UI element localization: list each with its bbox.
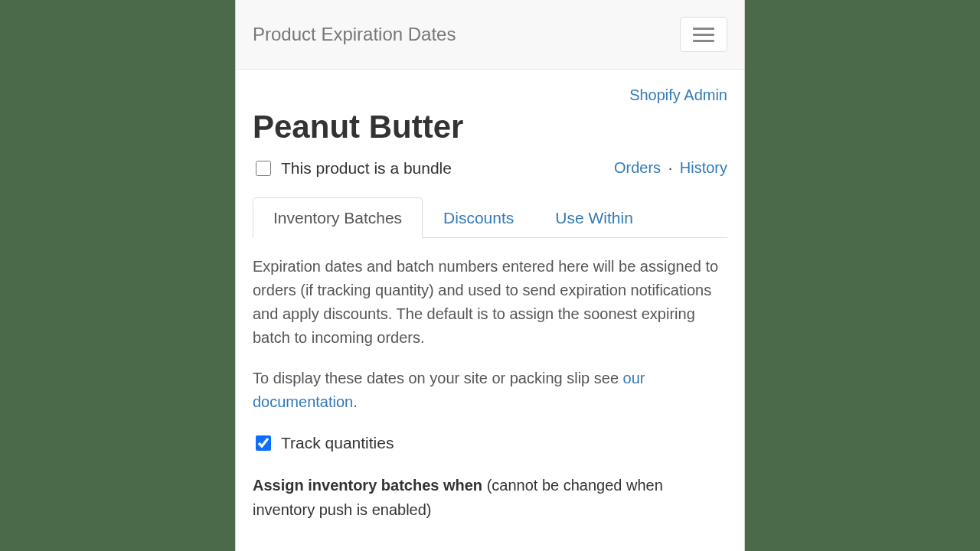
link-separator: · [668, 159, 673, 176]
track-quantities-checkbox[interactable] [256, 435, 271, 451]
tabs: Inventory Batches Discounts Use Within [253, 197, 727, 238]
p2-prefix: To display these dates on your site or p… [253, 370, 623, 386]
tab-discounts[interactable]: Discounts [423, 197, 534, 238]
navbar-title: Product Expiration Dates [253, 24, 456, 45]
product-title: Peanut Butter [253, 109, 727, 145]
navbar: Product Expiration Dates [236, 0, 744, 70]
description-paragraph-1: Expiration dates and batch numbers enter… [253, 255, 727, 350]
hamburger-icon [693, 34, 714, 36]
hamburger-icon [693, 40, 714, 42]
orders-link[interactable]: Orders [614, 159, 661, 176]
tab-body: Expiration dates and batch numbers enter… [253, 238, 727, 522]
hamburger-icon [693, 28, 714, 30]
shopify-admin-link[interactable]: Shopify Admin [629, 86, 727, 103]
menu-toggle-button[interactable] [680, 17, 727, 52]
assign-batches-line: Assign inventory batches when (cannot be… [253, 473, 727, 522]
history-link[interactable]: History [680, 159, 727, 176]
tab-use-within[interactable]: Use Within [534, 197, 654, 238]
bundle-label: This product is a bundle [281, 159, 452, 178]
bundle-checkbox[interactable] [256, 161, 271, 176]
track-quantities-label: Track quantities [281, 431, 394, 456]
assign-batches-strong: Assign inventory batches when [253, 477, 482, 494]
top-link-row: Shopify Admin [253, 86, 727, 104]
tab-inventory-batches[interactable]: Inventory Batches [253, 197, 423, 238]
content: Shopify Admin Peanut Butter Orders · His… [236, 70, 744, 522]
track-quantities-row[interactable]: Track quantities [253, 431, 727, 456]
p2-suffix: . [353, 393, 358, 410]
description-paragraph-2: To display these dates on your site or p… [253, 367, 727, 414]
app-panel: Product Expiration Dates Shopify Admin P… [235, 0, 745, 551]
